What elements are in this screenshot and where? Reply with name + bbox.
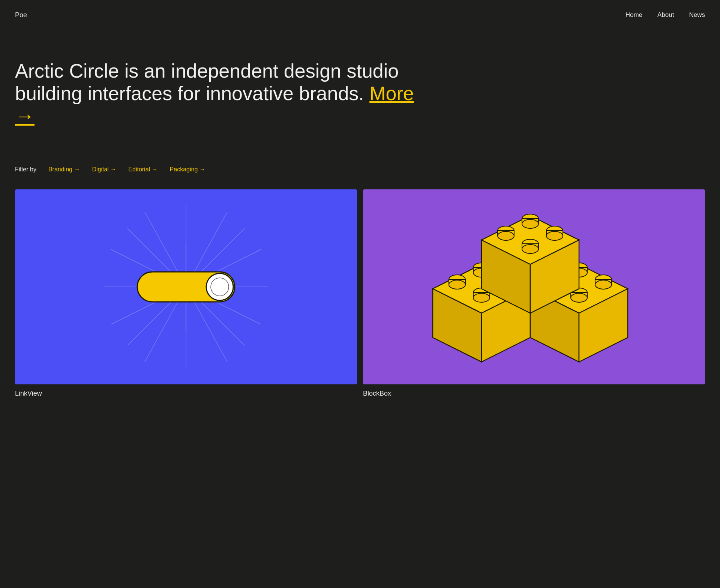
blockbox-label: BlockBox	[363, 390, 705, 398]
nav-news[interactable]: News	[689, 11, 705, 19]
svg-point-64	[522, 244, 538, 254]
portfolio-item-blockbox[interactable]: BlockBox	[363, 189, 705, 398]
portfolio-thumb-linkview	[15, 189, 357, 384]
hero-section: Arctic Circle is an independent design s…	[0, 30, 450, 150]
filter-packaging[interactable]: Packaging →	[165, 165, 210, 174]
portfolio-grid: LinkView	[0, 182, 720, 420]
svg-point-52	[595, 280, 612, 289]
filter-digital[interactable]: Digital →	[87, 165, 121, 174]
svg-point-34	[473, 293, 490, 302]
filter-branding[interactable]: Branding →	[44, 165, 85, 174]
svg-point-58	[498, 231, 514, 240]
nav-home[interactable]: Home	[626, 11, 642, 19]
portfolio-item-linkview[interactable]: LinkView	[15, 189, 357, 398]
hero-text-before-link: Arctic Circle is an independent design s…	[15, 60, 399, 104]
filter-editorial[interactable]: Editorial →	[124, 165, 162, 174]
filter-tags: Branding → Digital → Editorial → Packagi…	[44, 165, 210, 174]
main-nav: Home About News	[626, 11, 705, 19]
svg-point-28	[449, 280, 465, 289]
svg-point-61	[522, 219, 538, 228]
portfolio-thumb-blockbox	[363, 189, 705, 384]
svg-point-67	[546, 231, 563, 240]
svg-point-49	[571, 293, 587, 302]
logo[interactable]: Poe	[15, 11, 27, 19]
site-header: Poe Home About News	[0, 0, 720, 30]
filter-section: Filter by Branding → Digital → Editorial…	[0, 150, 720, 182]
svg-point-22	[211, 278, 229, 296]
nav-about[interactable]: About	[657, 11, 674, 19]
hero-heading: Arctic Circle is an independent design s…	[15, 60, 435, 127]
linkview-label: LinkView	[15, 390, 357, 398]
filter-label: Filter by	[15, 166, 36, 173]
